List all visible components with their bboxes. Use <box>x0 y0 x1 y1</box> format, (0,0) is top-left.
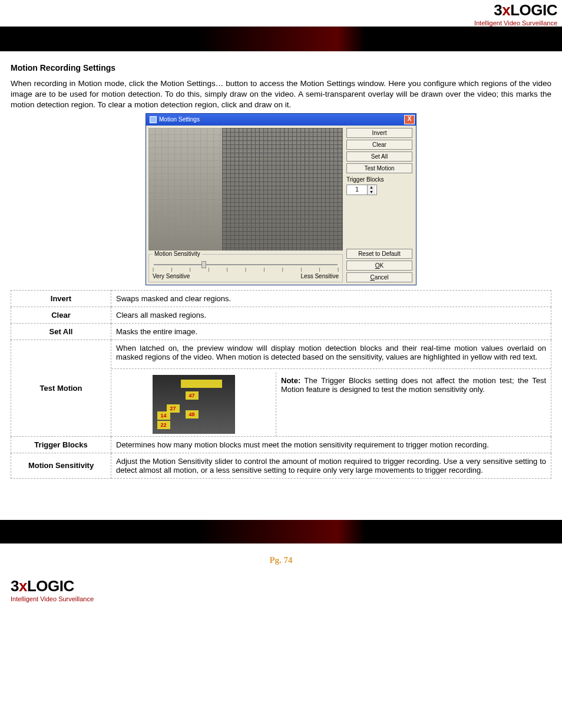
row-sens-label: Motion Sensitivity <box>11 453 111 478</box>
row-clear-desc: Clears all masked regions. <box>111 307 551 323</box>
table-row: Invert Swaps masked and clear regions. <box>11 290 551 307</box>
slider-thumb[interactable] <box>201 261 206 268</box>
cancel-button[interactable]: Cancel <box>346 272 412 282</box>
logo-x: x <box>502 1 510 19</box>
test-motion-button[interactable]: Test Motion <box>346 163 412 173</box>
row-clear-label: Clear <box>11 307 111 323</box>
spinner-down-icon[interactable]: ▼ <box>367 190 375 195</box>
footer-page: Pg. 74 <box>0 555 562 565</box>
dialog-title: Motion Settings <box>159 116 200 123</box>
footer-logo-row: 3xLOGIC Intelligent Video Surveillance <box>0 565 562 614</box>
sensitivity-slider[interactable] <box>154 264 338 265</box>
set-all-button[interactable]: Set All <box>346 151 412 162</box>
sens-left-label: Very Sensitive <box>153 273 190 279</box>
test-motion-thumb-cell: 47 27 48 14 22 <box>111 373 276 436</box>
row-testmotion-label: Test Motion <box>11 340 111 436</box>
table-row: Trigger Blocks Determines how many motio… <box>11 436 551 453</box>
motion-mask-overlay <box>222 128 343 251</box>
intro-paragraph: When recording in Motion mode, click the… <box>11 78 551 111</box>
row-setall-label: Set All <box>11 323 111 340</box>
logo-logic: LOGIC <box>510 1 557 19</box>
sens-right-label: Less Sensitive <box>301 273 339 279</box>
invert-button[interactable]: Invert <box>346 128 412 138</box>
row-trigger-desc: Determines how many motion blocks must m… <box>111 436 551 453</box>
footer-title: 3xLOGIC's VIGIL Server 7.1 User Guide <box>0 545 562 555</box>
row-setall-desc: Masks the entire image. <box>111 323 551 340</box>
row-invert-desc: Swaps masked and clear regions. <box>111 290 551 307</box>
footer-band <box>0 520 562 543</box>
row-testmotion-desc: When latched on, the preview window will… <box>111 340 551 365</box>
row-sens-desc: Adjust the Motion Sensitivity slider to … <box>111 453 551 478</box>
reset-default-button[interactable]: Reset to Default <box>346 249 412 259</box>
clear-button[interactable]: Clear <box>346 140 412 150</box>
dialog-titlebar: Motion Settings X <box>146 114 416 126</box>
brand-logo: 3xLOGIC Intelligent Video Surveillance <box>474 1 557 27</box>
motion-sensitivity-group: Motion Sensitivity ||||||||||| Very Sens… <box>148 254 343 282</box>
dialog-screenshot: Motion Settings X Motion Sensitivity <box>11 113 551 285</box>
row-trigger-label: Trigger Blocks <box>11 436 111 453</box>
trigger-blocks-spinner[interactable]: ▲ ▼ <box>346 185 377 195</box>
trigger-blocks-label: Trigger Blocks <box>346 176 412 183</box>
logo-3: 3 <box>494 1 502 19</box>
section-title: Motion Recording Settings <box>11 63 551 73</box>
table-row: Clear Clears all masked regions. <box>11 307 551 323</box>
spinner-up-icon[interactable]: ▲ <box>367 185 375 190</box>
footer-text: 3xLOGIC's VIGIL Server 7.1 User Guide Pg… <box>0 543 562 565</box>
test-motion-note: Note: The Trigger Blocks setting does no… <box>276 373 551 436</box>
trigger-blocks-input[interactable] <box>347 185 367 195</box>
header-logo-row: 3xLOGIC Intelligent Video Surveillance <box>0 0 562 27</box>
table-row: Set All Masks the entire image. <box>11 323 551 340</box>
motion-settings-window: Motion Settings X Motion Sensitivity <box>146 113 416 285</box>
header-band <box>0 27 562 51</box>
test-motion-thumbnail: 47 27 48 14 22 <box>153 375 235 434</box>
video-preview[interactable] <box>148 128 343 251</box>
ok-button[interactable]: OK <box>346 261 412 271</box>
close-icon[interactable]: X <box>404 115 415 124</box>
table-row: Test Motion When latched on, the preview… <box>11 340 551 436</box>
sens-group-label: Motion Sensitivity <box>153 251 202 257</box>
dialog-icon <box>150 116 157 123</box>
definitions-table: Invert Swaps masked and clear regions. C… <box>11 290 551 479</box>
table-row: Motion Sensitivity Adjust the Motion Sen… <box>11 453 551 478</box>
brand-tagline: Intelligent Video Surveillance <box>474 19 557 27</box>
row-invert-label: Invert <box>11 290 111 307</box>
